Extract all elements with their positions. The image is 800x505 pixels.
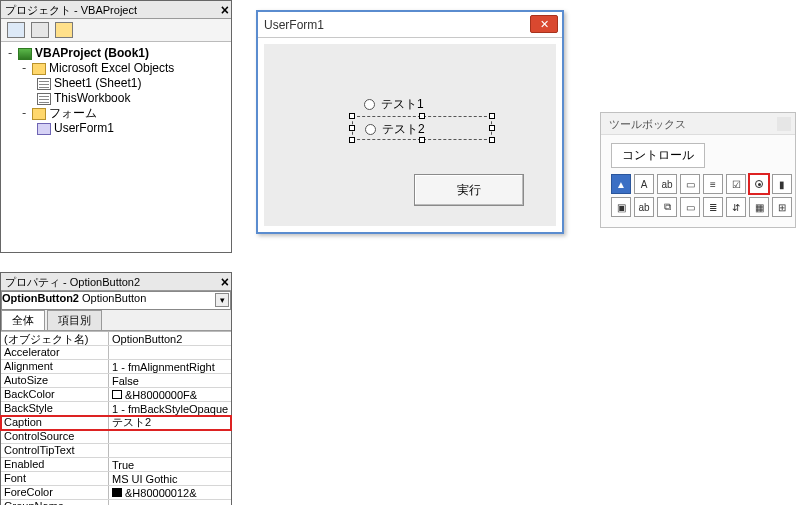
tree-item-thisworkbook[interactable]: ThisWorkbook <box>5 91 229 106</box>
property-row[interactable]: BackColor&H8000000F& <box>1 388 231 402</box>
project-tree[interactable]: - VBAProject (Book1) - Microsoft Excel O… <box>1 42 231 252</box>
property-name: Font <box>1 472 109 485</box>
tool-label[interactable]: A <box>634 174 654 194</box>
resize-handle[interactable] <box>489 125 495 131</box>
tree-label: VBAProject (Book1) <box>35 46 149 61</box>
toolbox-tab-controls[interactable]: コントロール <box>611 143 705 168</box>
tool-tabstrip[interactable]: ⧉ <box>657 197 677 217</box>
toolbox: ツールボックス コントロール ▲Aab▭≡☑▮▣ab⧉▭≣⇵▦⊞ <box>600 112 796 228</box>
close-icon[interactable] <box>777 117 791 131</box>
property-row[interactable]: FontMS UI Gothic <box>1 472 231 486</box>
property-row[interactable]: (オブジェクト名)OptionButton2 <box>1 332 231 346</box>
view-code-icon[interactable] <box>7 22 25 38</box>
toolbox-grid: ▲Aab▭≡☑▮▣ab⧉▭≣⇵▦⊞ <box>611 174 785 217</box>
tab-all[interactable]: 全体 <box>1 310 45 330</box>
tool-pointer[interactable]: ▲ <box>611 174 631 194</box>
option-label: テスト2 <box>382 121 425 138</box>
property-value[interactable] <box>109 346 231 359</box>
property-value[interactable]: 1 - fmAlignmentRight <box>109 360 231 373</box>
close-icon[interactable]: × <box>221 1 229 19</box>
property-value[interactable] <box>109 430 231 443</box>
property-row[interactable]: BackStyle1 - fmBackStyleOpaque <box>1 402 231 416</box>
property-row[interactable]: AutoSizeFalse <box>1 374 231 388</box>
property-row[interactable]: Captionテスト2 <box>1 416 231 430</box>
project-title-bar: プロジェクト - VBAProject × <box>1 1 231 19</box>
property-value[interactable]: &H8000000F& <box>109 388 231 401</box>
property-value-text: MS UI Gothic <box>112 473 177 485</box>
optionbutton1[interactable]: テスト1 <box>364 96 424 113</box>
tree-folder-excel[interactable]: - Microsoft Excel Objects <box>5 61 229 76</box>
object-selector[interactable]: OptionButton2 OptionButton ▾ <box>1 291 231 310</box>
resize-handle[interactable] <box>349 113 355 119</box>
option-label: テスト1 <box>381 96 424 113</box>
view-object-icon[interactable] <box>31 22 49 38</box>
form-titlebar[interactable]: UserForm1 ✕ <box>258 12 562 38</box>
property-value[interactable]: MS UI Gothic <box>109 472 231 485</box>
userform-designer[interactable]: UserForm1 ✕ テスト1 テスト2 実行 <box>256 10 564 234</box>
tool-textbox[interactable]: ab <box>657 174 677 194</box>
toolbox-titlebar[interactable]: ツールボックス <box>601 113 795 135</box>
tree-item-userform1[interactable]: UserForm1 <box>5 121 229 136</box>
tool-combobox[interactable]: ▭ <box>680 174 700 194</box>
execute-button[interactable]: 実行 <box>414 174 524 206</box>
tool-image[interactable]: ▦ <box>749 197 769 217</box>
worksheet-icon <box>37 78 51 90</box>
property-row[interactable]: ControlTipText <box>1 444 231 458</box>
property-value[interactable] <box>109 500 231 505</box>
tool-spin[interactable]: ⇵ <box>726 197 746 217</box>
expander-icon[interactable]: - <box>5 46 15 61</box>
tool-commandbutton[interactable]: ab <box>634 197 654 217</box>
expander-icon[interactable]: - <box>19 61 29 76</box>
property-value[interactable]: False <box>109 374 231 387</box>
tool-multipage[interactable]: ▭ <box>680 197 700 217</box>
property-name: ForeColor <box>1 486 109 499</box>
property-value[interactable]: &H80000012& <box>109 486 231 499</box>
properties-title-bar: プロパティ - OptionButton2 × <box>1 273 231 291</box>
property-row[interactable]: ControlSource <box>1 430 231 444</box>
expander-icon[interactable]: - <box>19 106 29 121</box>
tool-listbox[interactable]: ≡ <box>703 174 723 194</box>
selected-object-name: OptionButton2 <box>2 292 79 304</box>
tool-refedit[interactable]: ⊞ <box>772 197 792 217</box>
folder-icon <box>32 108 46 120</box>
property-value[interactable]: 1 - fmBackStyleOpaque <box>109 402 231 415</box>
resize-handle[interactable] <box>489 137 495 143</box>
property-value[interactable] <box>109 444 231 457</box>
property-name: Alignment <box>1 360 109 373</box>
tree-item-sheet1[interactable]: Sheet1 (Sheet1) <box>5 76 229 91</box>
tree-folder-forms[interactable]: - フォーム <box>5 106 229 121</box>
tool-toggle[interactable]: ▮ <box>772 174 792 194</box>
form-canvas[interactable]: テスト1 テスト2 実行 <box>264 44 556 226</box>
property-value[interactable]: テスト2 <box>109 416 231 429</box>
optionbutton2[interactable]: テスト2 <box>365 121 425 138</box>
property-value[interactable]: True <box>109 458 231 471</box>
property-row[interactable]: EnabledTrue <box>1 458 231 472</box>
property-row[interactable]: Accelerator <box>1 346 231 360</box>
tree-root[interactable]: - VBAProject (Book1) <box>5 46 229 61</box>
project-toolbar <box>1 19 231 42</box>
properties-title: プロパティ - OptionButton2 <box>5 276 140 288</box>
resize-handle[interactable] <box>349 125 355 131</box>
tool-checkbox[interactable]: ☑ <box>726 174 746 194</box>
tool-optionbutton[interactable] <box>749 174 769 194</box>
form-close-button[interactable]: ✕ <box>530 15 558 33</box>
resize-handle[interactable] <box>349 137 355 143</box>
folder-toggle-icon[interactable] <box>55 22 73 38</box>
property-row[interactable]: Alignment1 - fmAlignmentRight <box>1 360 231 374</box>
properties-window: プロパティ - OptionButton2 × OptionButton2 Op… <box>0 272 232 505</box>
tool-scrollbar[interactable]: ≣ <box>703 197 723 217</box>
property-row[interactable]: GroupName <box>1 500 231 505</box>
optionbutton2-selection[interactable]: テスト2 <box>352 116 492 140</box>
property-value[interactable]: OptionButton2 <box>109 332 231 345</box>
close-icon[interactable]: × <box>221 273 229 291</box>
property-row[interactable]: ForeColor&H80000012& <box>1 486 231 500</box>
resize-handle[interactable] <box>419 113 425 119</box>
chevron-down-icon[interactable]: ▾ <box>215 293 229 307</box>
tab-categorized[interactable]: 項目別 <box>47 310 102 330</box>
tool-frame[interactable]: ▣ <box>611 197 631 217</box>
resize-handle[interactable] <box>489 113 495 119</box>
color-swatch-icon <box>112 488 122 497</box>
property-name: Caption <box>1 416 109 429</box>
properties-grid[interactable]: (オブジェクト名)OptionButton2AcceleratorAlignme… <box>1 331 231 505</box>
tree-label: UserForm1 <box>54 121 114 136</box>
